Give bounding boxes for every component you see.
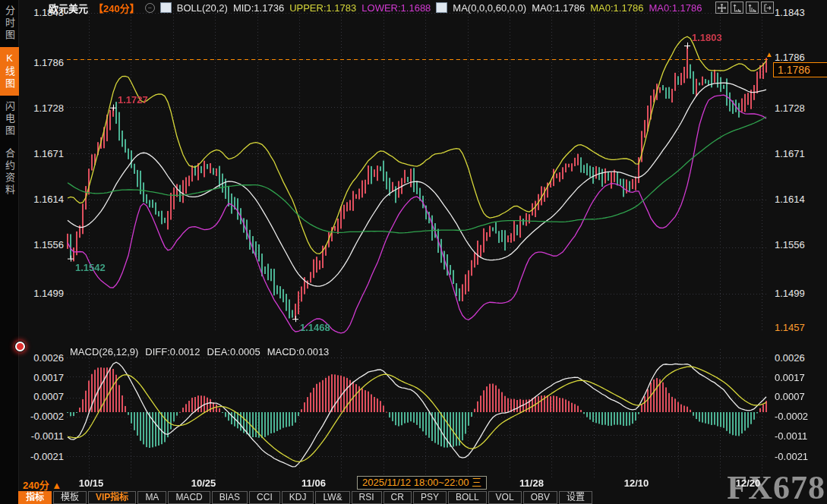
hot-indicator-icon <box>15 342 25 351</box>
macd-label-left: 0.0026 <box>17 352 64 364</box>
toolbar-item-ma[interactable]: MA <box>137 491 166 504</box>
indicator-toolbar: 指标 模板 VIP指标 MA MACD BIAS CCI KDJ LW& RSI… <box>18 491 594 504</box>
toolbar-item-indicator[interactable]: 指标 <box>18 491 52 504</box>
sidebar-item-contract-info[interactable]: 合约资料 <box>0 143 19 202</box>
toolbar-item-template[interactable]: 模板 <box>53 491 87 504</box>
ma-label: MA(0,0,0,60,0,0) <box>453 2 526 14</box>
ma0-yellow-value: MA0:1.1786 <box>590 2 643 14</box>
sidebar-item-lightning[interactable]: 闪电图 <box>0 96 19 143</box>
price-label-left: 1.1556 <box>21 239 64 250</box>
boll-lower-value: LOWER:1.1688 <box>361 2 431 14</box>
toolbar-item-vip-indicator[interactable]: VIP指标 <box>88 491 136 504</box>
chart-window-controls <box>715 2 774 14</box>
price-label-right: 1.1499 <box>775 288 825 299</box>
macd-dea-value: DEA:0.0005 <box>207 346 260 358</box>
period-label[interactable]: 【240分】 <box>93 1 140 15</box>
price-label-right: 1.1843 <box>775 7 825 18</box>
price-label-left: 1.1786 <box>21 57 64 68</box>
price-label-left: 1.1671 <box>21 148 64 159</box>
symbol-name: 欧元美元 <box>49 1 88 15</box>
range-low-label: 1.1457 <box>775 322 805 333</box>
y-axis-left-icon[interactable] <box>731 2 743 14</box>
toolbar-item-cci[interactable]: CCI <box>249 491 280 504</box>
toolbar-item-obv[interactable]: OBV <box>523 491 557 504</box>
date-tick: 10/15 <box>61 477 122 489</box>
macd-label: MACD(26,12,9) <box>70 346 138 358</box>
exit-fullscreen-icon[interactable] <box>761 2 774 14</box>
macd-label-right: -0.0011 <box>775 430 825 442</box>
macd-label-left: -0.0021 <box>17 451 64 462</box>
price-label-right: 1.1614 <box>775 194 825 205</box>
toolbar-item-rsi[interactable]: RSI <box>352 491 382 504</box>
toolbar-item-psy[interactable]: PSY <box>413 491 447 504</box>
toolbar-item-kdj[interactable]: KDJ <box>282 491 314 504</box>
price-label-right: 1.1728 <box>775 102 825 114</box>
macd-macd-value: MACD:0.0013 <box>267 346 330 358</box>
period-selector[interactable]: 240分 ▲ <box>23 477 62 492</box>
macd-label-right: -0.0002 <box>775 411 825 422</box>
price-label-left: 1.1499 <box>21 288 64 299</box>
y-axis-right-icon[interactable] <box>746 2 759 14</box>
chart-header: 欧元美元 【240分】 − BOLL(20,2) MID:1.1736 UPPE… <box>49 2 702 14</box>
collapse-icon[interactable]: − <box>145 3 155 13</box>
macd-header: MACD(26,12,9) DIFF:0.0012 DEA:0.0005 MAC… <box>70 346 329 358</box>
date-tick: 11/06 <box>283 477 344 489</box>
date-tick: 11/28 <box>501 477 562 489</box>
macd-label-left: 0.0007 <box>17 391 64 402</box>
macd-label-left: -0.0011 <box>17 430 64 442</box>
ma-chart-thumbnail-icon[interactable] <box>436 2 447 13</box>
macd-label-right: 0.0017 <box>775 372 825 383</box>
date-tick: 12/20 <box>718 477 778 489</box>
toolbar-item-lw[interactable]: LW& <box>315 491 349 504</box>
date-tick: 10/25 <box>173 477 234 489</box>
boll-mid-value: MID:1.1736 <box>233 2 284 14</box>
price-label-right: 1.1556 <box>775 239 825 250</box>
candlestick-chart-canvas[interactable] <box>67 6 769 334</box>
toolbar-item-boll[interactable]: BOLL <box>448 491 487 504</box>
price-label-left: 1.1728 <box>21 102 64 114</box>
toolbar-item-vol[interactable]: VOL <box>488 491 522 504</box>
current-price-badge: 1.1786 <box>773 62 827 77</box>
boll-upper-value: UPPER:1.1783 <box>289 2 356 14</box>
boll-chart-thumbnail-icon[interactable] <box>160 2 172 13</box>
selected-bar-datetime: 2025/11/12 18:00~22:00 三 <box>357 476 487 490</box>
price-up-arrow-icon: ▲ <box>765 50 773 58</box>
toolbar-item-macd[interactable]: MACD <box>168 491 210 504</box>
price-label-right: 1.1786 <box>775 52 825 63</box>
toolbar-item-settings[interactable]: 设置 <box>559 491 592 504</box>
macd-chart-canvas[interactable] <box>67 348 769 480</box>
macd-label-left: -0.0002 <box>17 411 64 422</box>
pan-icon[interactable] <box>715 2 728 14</box>
sidebar-item-timeshare[interactable]: 分时图 <box>0 0 19 47</box>
ma0-white-value: MA0:1.1786 <box>532 2 585 14</box>
price-label-left: 1.1614 <box>21 194 64 205</box>
ma0-magenta-value: MA0:1.1786 <box>649 2 702 14</box>
macd-label-left: 0.0017 <box>17 372 64 383</box>
date-tick: 12/10 <box>606 477 667 489</box>
boll-label: BOLL(20,2) <box>177 2 228 14</box>
kline-app: 分时图 K线图 闪电图 合约资料 欧元美元 【240分】 − BOLL(20,2… <box>0 0 827 504</box>
left-sidebar: 分时图 K线图 闪电图 合约资料 <box>0 0 19 504</box>
sidebar-item-kline[interactable]: K线图 <box>0 47 19 96</box>
price-label-right: 1.1671 <box>775 148 825 159</box>
macd-label-right: 0.0026 <box>775 352 825 364</box>
toolbar-item-cr[interactable]: CR <box>384 491 412 504</box>
macd-label-right: -0.0021 <box>775 451 825 462</box>
macd-diff-value: DIFF:0.0012 <box>145 346 200 358</box>
toolbar-item-bias[interactable]: BIAS <box>212 491 248 504</box>
macd-label-right: 0.0007 <box>775 391 825 402</box>
